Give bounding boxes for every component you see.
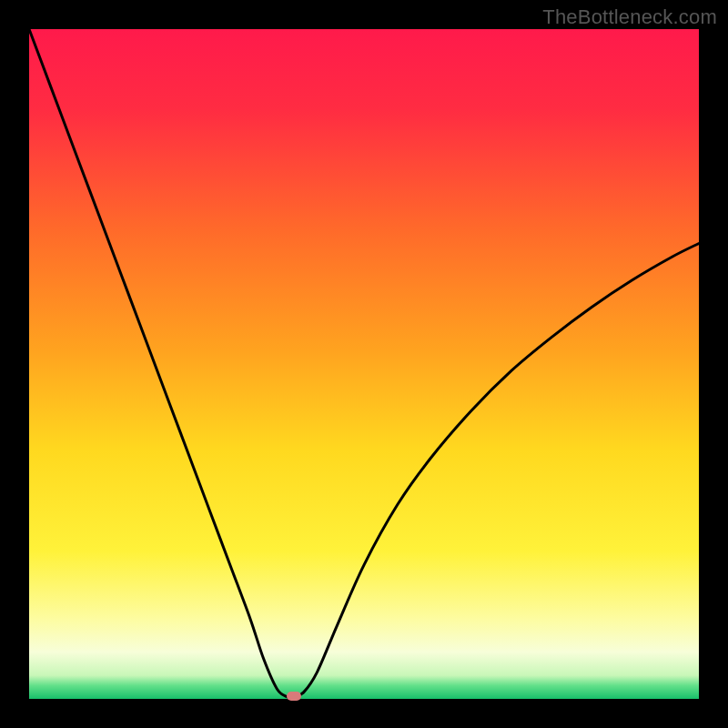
chart-frame: TheBottleneck.com xyxy=(0,0,728,728)
bottleneck-curve xyxy=(29,29,699,699)
attribution-text: TheBottleneck.com xyxy=(542,5,717,29)
plot-area xyxy=(29,29,699,699)
optimum-marker xyxy=(287,692,301,701)
